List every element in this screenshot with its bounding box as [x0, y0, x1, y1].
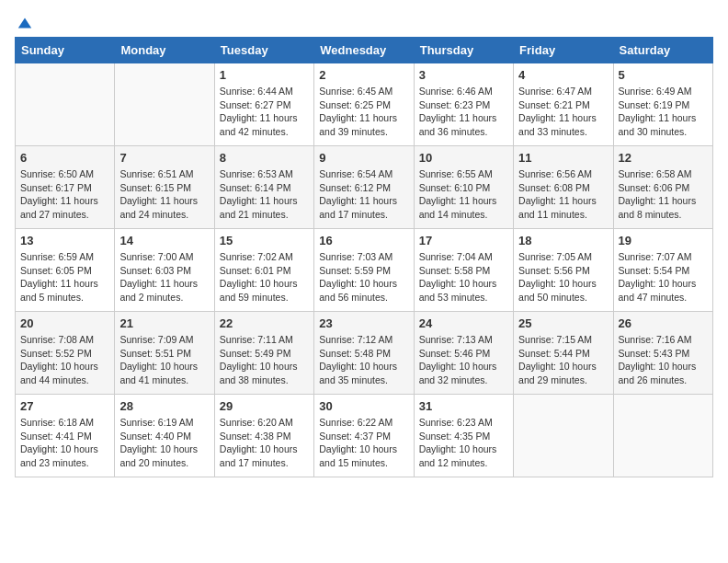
day-number: 14: [119, 234, 209, 247]
day-number: 1: [220, 68, 309, 82]
calendar-cell: 15Sunrise: 7:02 AM Sunset: 6:01 PM Dayli…: [214, 229, 313, 312]
day-info: Sunrise: 6:22 AM Sunset: 4:37 PM Dayligh…: [319, 416, 408, 470]
calendar-cell: 10Sunrise: 6:55 AM Sunset: 6:10 PM Dayli…: [414, 146, 513, 229]
calendar-cell: 4Sunrise: 6:47 AM Sunset: 6:21 PM Daylig…: [514, 63, 613, 146]
day-info: Sunrise: 6:59 AM Sunset: 6:05 PM Dayligh…: [20, 250, 109, 304]
day-number: 8: [220, 151, 309, 165]
day-header-tuesday: Tuesday: [214, 38, 313, 63]
day-info: Sunrise: 6:53 AM Sunset: 6:14 PM Dayligh…: [220, 167, 309, 222]
day-number: 21: [119, 316, 209, 330]
calendar-cell: 27Sunrise: 6:18 AM Sunset: 4:41 PM Dayli…: [16, 395, 115, 477]
calendar-cell: 8Sunrise: 6:53 AM Sunset: 6:14 PM Daylig…: [214, 146, 313, 229]
day-info: Sunrise: 7:12 AM Sunset: 5:48 PM Dayligh…: [319, 333, 408, 387]
day-info: Sunrise: 6:46 AM Sunset: 6:23 PM Dayligh…: [419, 85, 508, 139]
calendar-table: SundayMondayTuesdayWednesdayThursdayFrid…: [15, 37, 713, 477]
day-info: Sunrise: 7:09 AM Sunset: 5:51 PM Dayligh…: [119, 333, 209, 387]
day-info: Sunrise: 6:51 AM Sunset: 6:15 PM Dayligh…: [119, 167, 209, 222]
day-info: Sunrise: 6:19 AM Sunset: 4:40 PM Dayligh…: [119, 416, 209, 470]
day-number: 27: [20, 399, 109, 413]
day-info: Sunrise: 7:07 AM Sunset: 5:54 PM Dayligh…: [619, 250, 708, 304]
calendar-cell: 22Sunrise: 7:11 AM Sunset: 5:49 PM Dayli…: [214, 312, 313, 395]
day-header-monday: Monday: [115, 38, 214, 63]
calendar-cell: 7Sunrise: 6:51 AM Sunset: 6:15 PM Daylig…: [115, 146, 214, 229]
calendar-cell: 30Sunrise: 6:22 AM Sunset: 4:37 PM Dayli…: [314, 395, 414, 477]
day-info: Sunrise: 6:45 AM Sunset: 6:25 PM Dayligh…: [319, 85, 408, 139]
day-info: Sunrise: 6:58 AM Sunset: 6:06 PM Dayligh…: [619, 167, 708, 222]
calendar-cell: 2Sunrise: 6:45 AM Sunset: 6:25 PM Daylig…: [314, 63, 414, 146]
calendar-cell: 24Sunrise: 7:13 AM Sunset: 5:46 PM Dayli…: [414, 312, 513, 395]
calendar-cell: 19Sunrise: 7:07 AM Sunset: 5:54 PM Dayli…: [613, 229, 712, 312]
day-info: Sunrise: 7:16 AM Sunset: 5:43 PM Dayligh…: [619, 333, 708, 387]
day-info: Sunrise: 6:47 AM Sunset: 6:21 PM Dayligh…: [518, 85, 608, 139]
calendar-cell: 26Sunrise: 7:16 AM Sunset: 5:43 PM Dayli…: [613, 312, 712, 395]
svg-marker-0: [18, 18, 31, 29]
logo-icon: [17, 15, 33, 31]
calendar-cell: [613, 395, 712, 477]
calendar-cell: 5Sunrise: 6:49 AM Sunset: 6:19 PM Daylig…: [613, 63, 712, 146]
day-number: 5: [619, 68, 708, 82]
calendar-cell: 20Sunrise: 7:08 AM Sunset: 5:52 PM Dayli…: [16, 312, 115, 395]
calendar-cell: 31Sunrise: 6:23 AM Sunset: 4:35 PM Dayli…: [414, 395, 513, 477]
day-info: Sunrise: 6:23 AM Sunset: 4:35 PM Dayligh…: [419, 416, 508, 470]
day-info: Sunrise: 7:00 AM Sunset: 6:03 PM Dayligh…: [119, 250, 209, 304]
day-number: 26: [619, 316, 708, 330]
day-info: Sunrise: 7:13 AM Sunset: 5:46 PM Dayligh…: [419, 333, 508, 387]
calendar-cell: [115, 63, 214, 146]
calendar-week-1: 1Sunrise: 6:44 AM Sunset: 6:27 PM Daylig…: [16, 63, 713, 146]
day-number: 4: [518, 68, 608, 82]
calendar-cell: 29Sunrise: 6:20 AM Sunset: 4:38 PM Dayli…: [214, 395, 313, 477]
day-info: Sunrise: 6:56 AM Sunset: 6:08 PM Dayligh…: [518, 167, 608, 222]
day-header-friday: Friday: [514, 38, 613, 63]
calendar-cell: 23Sunrise: 7:12 AM Sunset: 5:48 PM Dayli…: [314, 312, 414, 395]
day-number: 13: [20, 234, 109, 247]
day-info: Sunrise: 7:05 AM Sunset: 5:56 PM Dayligh…: [518, 250, 608, 304]
day-info: Sunrise: 6:50 AM Sunset: 6:17 PM Dayligh…: [20, 167, 109, 222]
day-header-saturday: Saturday: [613, 38, 712, 63]
day-number: 29: [220, 399, 309, 413]
calendar-week-2: 6Sunrise: 6:50 AM Sunset: 6:17 PM Daylig…: [16, 146, 713, 229]
calendar-cell: 13Sunrise: 6:59 AM Sunset: 6:05 PM Dayli…: [16, 229, 115, 312]
day-number: 10: [419, 151, 508, 165]
calendar-cell: 3Sunrise: 6:46 AM Sunset: 6:23 PM Daylig…: [414, 63, 513, 146]
calendar-cell: 1Sunrise: 6:44 AM Sunset: 6:27 PM Daylig…: [214, 63, 313, 146]
calendar-week-4: 20Sunrise: 7:08 AM Sunset: 5:52 PM Dayli…: [16, 312, 713, 395]
day-number: 9: [319, 151, 408, 165]
calendar-week-5: 27Sunrise: 6:18 AM Sunset: 4:41 PM Dayli…: [16, 395, 713, 477]
day-number: 31: [419, 399, 508, 413]
day-number: 19: [619, 234, 708, 247]
day-number: 18: [518, 234, 608, 247]
day-number: 6: [20, 151, 109, 165]
day-number: 25: [518, 316, 608, 330]
logo: [15, 15, 33, 28]
day-number: 16: [319, 234, 408, 247]
calendar-cell: 16Sunrise: 7:03 AM Sunset: 5:59 PM Dayli…: [314, 229, 414, 312]
day-info: Sunrise: 7:08 AM Sunset: 5:52 PM Dayligh…: [20, 333, 109, 387]
day-number: 22: [220, 316, 309, 330]
day-info: Sunrise: 7:02 AM Sunset: 6:01 PM Dayligh…: [220, 250, 309, 304]
calendar-cell: 12Sunrise: 6:58 AM Sunset: 6:06 PM Dayli…: [613, 146, 712, 229]
day-number: 12: [619, 151, 708, 165]
day-info: Sunrise: 6:54 AM Sunset: 6:12 PM Dayligh…: [319, 167, 408, 222]
day-number: 20: [20, 316, 109, 330]
day-number: 3: [419, 68, 508, 82]
day-info: Sunrise: 6:44 AM Sunset: 6:27 PM Dayligh…: [220, 85, 309, 139]
calendar-cell: [16, 63, 115, 146]
day-info: Sunrise: 7:03 AM Sunset: 5:59 PM Dayligh…: [319, 250, 408, 304]
calendar-cell: 28Sunrise: 6:19 AM Sunset: 4:40 PM Dayli…: [115, 395, 214, 477]
calendar-week-3: 13Sunrise: 6:59 AM Sunset: 6:05 PM Dayli…: [16, 229, 713, 312]
calendar-cell: 21Sunrise: 7:09 AM Sunset: 5:51 PM Dayli…: [115, 312, 214, 395]
day-info: Sunrise: 6:55 AM Sunset: 6:10 PM Dayligh…: [419, 167, 508, 222]
day-info: Sunrise: 6:18 AM Sunset: 4:41 PM Dayligh…: [20, 416, 109, 470]
day-number: 30: [319, 399, 408, 413]
day-number: 28: [119, 399, 209, 413]
day-number: 2: [319, 68, 408, 82]
day-number: 7: [119, 151, 209, 165]
day-info: Sunrise: 6:20 AM Sunset: 4:38 PM Dayligh…: [220, 416, 309, 470]
day-header-wednesday: Wednesday: [314, 38, 414, 63]
day-info: Sunrise: 6:49 AM Sunset: 6:19 PM Dayligh…: [619, 85, 708, 139]
day-number: 11: [518, 151, 608, 165]
calendar-cell: 25Sunrise: 7:15 AM Sunset: 5:44 PM Dayli…: [514, 312, 613, 395]
calendar-cell: 9Sunrise: 6:54 AM Sunset: 6:12 PM Daylig…: [314, 146, 414, 229]
day-info: Sunrise: 7:04 AM Sunset: 5:58 PM Dayligh…: [419, 250, 508, 304]
day-header-sunday: Sunday: [16, 38, 115, 63]
